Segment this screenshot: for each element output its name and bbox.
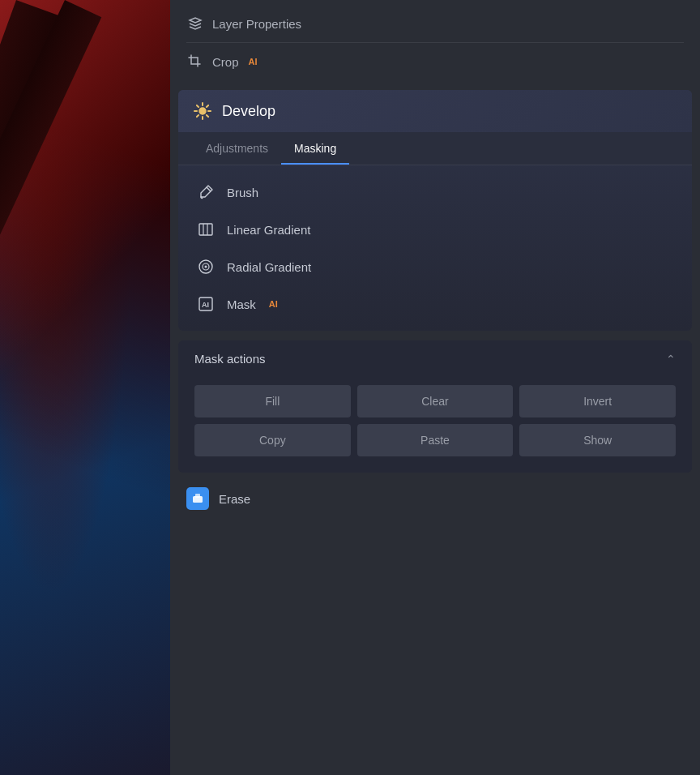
masking-options: Brush Linear Gradient [178, 165, 692, 331]
layers-icon [186, 15, 204, 32]
tabs-row: Adjustments Masking [178, 132, 692, 165]
crop-icon [186, 53, 204, 71]
mask-ai-item[interactable]: AI Mask AI [178, 285, 692, 323]
develop-header[interactable]: Develop [178, 90, 692, 132]
layer-properties-label: Layer Properties [212, 17, 301, 31]
tab-adjustments[interactable]: Adjustments [193, 132, 281, 165]
linear-gradient-item[interactable]: Linear Gradient [178, 211, 692, 248]
crop-item[interactable]: Crop AI [186, 46, 684, 77]
top-tools-area: Layer Properties Crop AI [170, 0, 700, 85]
tab-masking[interactable]: Masking [281, 132, 349, 165]
svg-line-7 [207, 115, 208, 117]
svg-point-15 [205, 266, 207, 268]
svg-line-8 [197, 115, 198, 117]
svg-rect-10 [199, 224, 212, 235]
paste-button[interactable]: Paste [357, 424, 514, 456]
radial-gradient-label: Radial Gradient [227, 260, 311, 274]
layer-properties-item[interactable]: Layer Properties [186, 8, 684, 39]
mask-actions-section: Mask actions ⌃ Fill Clear Invert Copy Pa… [178, 340, 692, 473]
linear-gradient-label: Linear Gradient [227, 223, 310, 237]
image-panel [0, 0, 170, 775]
brush-label: Brush [227, 186, 258, 199]
svg-rect-19 [195, 494, 200, 498]
show-button[interactable]: Show [519, 424, 676, 456]
right-panel: Layer Properties Crop AI [170, 0, 700, 775]
svg-line-6 [197, 105, 198, 107]
develop-title: Develop [222, 103, 275, 120]
sun-icon [193, 101, 212, 121]
erase-label: Erase [219, 492, 250, 506]
svg-text:AI: AI [202, 301, 209, 309]
mask-actions-title: Mask actions [194, 352, 266, 366]
mask-icon: AI [196, 294, 216, 314]
brush-item[interactable]: Brush [178, 173, 692, 211]
radial-gradient-item[interactable]: Radial Gradient [178, 248, 692, 285]
linear-gradient-icon [196, 220, 216, 239]
action-buttons-grid: Fill Clear Invert Copy Paste Show [178, 377, 692, 473]
develop-section: Develop Adjustments Masking [178, 90, 692, 331]
radial-gradient-icon [196, 257, 216, 276]
erase-icon [186, 487, 209, 510]
copy-button[interactable]: Copy [194, 424, 351, 456]
divider [186, 42, 684, 43]
chevron-up-icon: ⌃ [666, 353, 676, 366]
brush-icon [196, 182, 216, 202]
mask-ai-badge: AI [269, 299, 278, 309]
fill-button[interactable]: Fill [194, 385, 351, 417]
crop-ai-badge: AI [249, 57, 258, 66]
clear-button[interactable]: Clear [357, 385, 514, 417]
mask-label: Mask [227, 298, 256, 311]
crop-label: Crop [212, 55, 239, 69]
invert-button[interactable]: Invert [519, 385, 676, 417]
erase-section[interactable]: Erase [170, 477, 700, 520]
mask-actions-header[interactable]: Mask actions ⌃ [178, 340, 692, 377]
svg-line-9 [207, 105, 208, 107]
